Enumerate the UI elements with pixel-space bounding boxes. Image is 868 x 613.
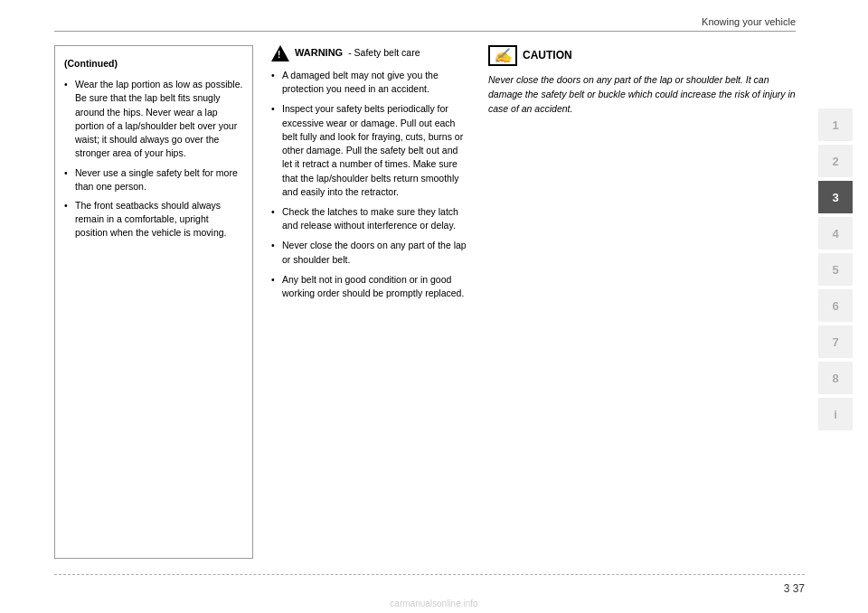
page-footer: 3 37 [54,574,805,595]
warning-column: WARNING - Safety belt care A damaged bel… [271,45,470,559]
chapter-item-4[interactable]: 4 [818,217,853,250]
warning-bullet-4: Never close the doors on any part of the… [271,239,470,266]
caution-icon: ✍ [488,45,517,66]
warning-bullet-list: A damaged belt may not give you the prot… [271,69,470,300]
continued-bullet-2: Never use a single safety belt for more … [64,166,243,193]
continued-bullet-1: Wear the lap portion as low as possible.… [64,78,243,160]
warning-bullet-5: Any belt not in good condition or in goo… [271,273,470,300]
continued-bullet-list: Wear the lap portion as low as possible.… [64,78,243,240]
chapter-item-6[interactable]: 6 [818,289,853,322]
header-title: Knowing your vehicle [702,16,796,27]
caution-title: CAUTION [523,48,572,63]
warning-header: WARNING - Safety belt care [271,45,470,61]
page-number: 3 37 [784,582,805,595]
watermark: carmanualsonline.info [390,599,477,608]
page-container: Knowing your vehicle 12345678i (Continue… [0,0,868,613]
chapter-item-i[interactable]: i [818,398,853,430]
warning-title: WARNING [295,46,343,61]
continued-title: (Continued) [64,57,243,71]
chapter-item-1[interactable]: 1 [818,108,853,141]
continued-box: (Continued) Wear the lap portion as low … [54,45,253,559]
warning-bullet-3: Check the latches to make sure they latc… [271,205,470,232]
warning-triangle-icon [271,45,289,61]
chapter-item-2[interactable]: 2 [818,145,853,177]
continued-bullet-3: The front seatbacks should always remain… [64,199,243,240]
warning-bullet-2: Inspect your safety belts periodically f… [271,102,470,199]
main-content: (Continued) Wear the lap portion as low … [54,45,805,559]
warning-subtitle: - Safety belt care [348,46,420,60]
chapter-sidebar: 12345678i [818,0,868,613]
chapter-item-8[interactable]: 8 [818,362,853,394]
caution-column: ✍ CAUTION Never close the doors on any p… [488,45,805,559]
chapter-item-5[interactable]: 5 [818,253,853,286]
chapter-item-7[interactable]: 7 [818,325,853,358]
chapter-item-3[interactable]: 3 [818,181,853,213]
caution-body: Never close the doors on any part of the… [488,73,805,116]
page-header: Knowing your vehicle [54,16,796,32]
warning-bullet-1: A damaged belt may not give you the prot… [271,69,470,96]
caution-header: ✍ CAUTION [488,45,805,66]
